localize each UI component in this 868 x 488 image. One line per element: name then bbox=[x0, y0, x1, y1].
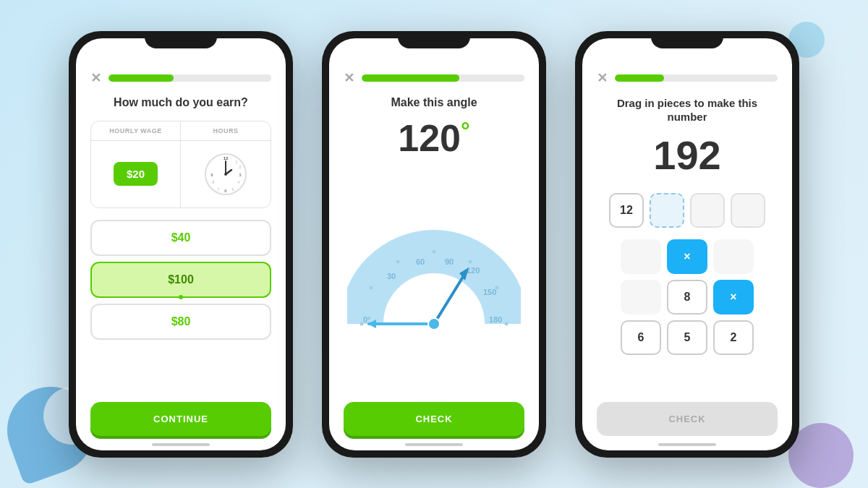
svg-text:1: 1 bbox=[236, 160, 238, 164]
phone-bottom-bar-3 bbox=[658, 443, 716, 446]
header-bar-1: ✕ bbox=[90, 60, 271, 85]
tiles-row-2: 8 × bbox=[597, 280, 778, 314]
phone-3: ✕ Drag in pieces to make thisnumber 192 … bbox=[575, 31, 799, 458]
phone-1: ✕ How much do you earn? Hourly WAGE hour… bbox=[69, 31, 293, 458]
svg-point-28 bbox=[495, 286, 499, 290]
answer-option-1[interactable]: $40 bbox=[90, 220, 271, 256]
phone-notch-3 bbox=[651, 31, 723, 48]
close-button-2[interactable]: ✕ bbox=[344, 72, 354, 85]
number-slots-row: 12 bbox=[597, 193, 778, 228]
wage-col-header-2: hours bbox=[181, 121, 271, 140]
wage-cell-clock: 12 3 6 9 1 2 4 5 7 8 bbox=[181, 141, 271, 207]
tile-8[interactable]: 8 bbox=[667, 280, 707, 314]
phone-2: ✕ Make this angle 120° bbox=[322, 31, 546, 458]
svg-text:5: 5 bbox=[232, 187, 234, 192]
progress-bar-1 bbox=[109, 74, 271, 82]
screen-content-2: ✕ Make this angle 120° bbox=[329, 38, 539, 450]
tile-empty-1 bbox=[621, 239, 661, 274]
tiles-area: × 8 × 6 5 2 bbox=[597, 239, 778, 402]
svg-point-26 bbox=[433, 250, 436, 254]
svg-text:120: 120 bbox=[467, 266, 480, 275]
svg-point-23 bbox=[360, 322, 364, 326]
wage-cell-money: $20 bbox=[91, 141, 181, 207]
slot-ghost-2 bbox=[731, 193, 765, 228]
svg-point-27 bbox=[469, 260, 472, 264]
close-button-1[interactable]: ✕ bbox=[90, 72, 101, 85]
svg-text:2: 2 bbox=[239, 165, 242, 169]
phone3-title: Drag in pieces to make thisnumber bbox=[597, 96, 778, 124]
phone-screen-1: ✕ How much do you earn? Hourly WAGE hour… bbox=[76, 38, 286, 450]
slot-empty-1[interactable] bbox=[650, 193, 684, 228]
wage-table: Hourly WAGE hours $20 12 3 bbox=[90, 121, 271, 208]
gauge-container: 0° 30 60 90 120 150 180 bbox=[344, 174, 524, 402]
svg-text:90: 90 bbox=[445, 257, 454, 266]
svg-point-15 bbox=[391, 281, 477, 346]
tile-empty-2 bbox=[713, 239, 754, 274]
check-button-3[interactable]: CHECK bbox=[597, 402, 778, 436]
svg-text:60: 60 bbox=[416, 257, 425, 266]
close-button-3[interactable]: ✕ bbox=[597, 72, 608, 85]
progress-fill-1 bbox=[109, 74, 174, 82]
phone-notch-2 bbox=[398, 31, 470, 48]
svg-point-34 bbox=[428, 318, 440, 330]
clock-icon: 12 3 6 9 1 2 4 5 7 8 bbox=[204, 153, 247, 196]
tile-empty-3 bbox=[621, 280, 661, 314]
screen-content-3: ✕ Drag in pieces to make thisnumber 192 … bbox=[582, 38, 792, 450]
tile-6[interactable]: 6 bbox=[621, 320, 661, 355]
check-button-2[interactable]: CHECK bbox=[344, 402, 524, 436]
angle-number: 120 bbox=[398, 117, 461, 159]
tile-multiply-2[interactable]: × bbox=[713, 280, 754, 314]
angle-gauge[interactable]: 0° 30 60 90 120 150 180 bbox=[347, 230, 521, 346]
svg-text:30: 30 bbox=[387, 272, 396, 281]
tiles-row-3: 6 5 2 bbox=[597, 320, 778, 355]
answer-option-2[interactable]: $100 bbox=[90, 262, 271, 298]
wage-col-header-1: Hourly WAGE bbox=[91, 121, 181, 140]
answer-options: $40 $100 $80 bbox=[90, 220, 271, 402]
svg-text:7: 7 bbox=[218, 187, 220, 192]
phone-screen-2: ✕ Make this angle 120° bbox=[329, 38, 539, 450]
tile-2[interactable]: 2 bbox=[713, 320, 754, 355]
progress-fill-3 bbox=[615, 74, 664, 82]
phone-bottom-bar-2 bbox=[405, 443, 463, 446]
screen-content-1: ✕ How much do you earn? Hourly WAGE hour… bbox=[76, 38, 286, 450]
slot-filled: 12 bbox=[609, 193, 644, 228]
svg-point-25 bbox=[396, 260, 400, 264]
tile-5[interactable]: 5 bbox=[667, 320, 707, 355]
wage-table-header: Hourly WAGE hours bbox=[91, 121, 271, 141]
money-badge: $20 bbox=[114, 162, 158, 186]
svg-text:12: 12 bbox=[224, 156, 229, 160]
svg-point-29 bbox=[505, 322, 509, 326]
phone-screen-3: ✕ Drag in pieces to make thisnumber 192 … bbox=[582, 38, 792, 450]
phone2-title: Make this angle bbox=[344, 96, 524, 109]
angle-display: 120° bbox=[344, 116, 524, 160]
progress-bar-3 bbox=[615, 74, 778, 82]
phone-notch-1 bbox=[145, 31, 217, 48]
progress-fill-2 bbox=[362, 74, 459, 82]
answer-option-3[interactable]: $80 bbox=[90, 304, 271, 340]
tiles-row-1: × bbox=[597, 239, 778, 274]
slot-ghost-1 bbox=[690, 193, 725, 228]
svg-text:4: 4 bbox=[238, 180, 240, 184]
continue-button[interactable]: CONTINUE bbox=[90, 402, 271, 436]
phone-bottom-bar-1 bbox=[152, 443, 210, 446]
phone1-title: How much do you earn? bbox=[90, 96, 271, 109]
wage-table-body: $20 12 3 6 9 1 2 bbox=[91, 141, 271, 207]
svg-text:180: 180 bbox=[489, 315, 502, 324]
header-bar-3: ✕ bbox=[597, 60, 778, 85]
svg-point-24 bbox=[370, 286, 373, 290]
header-bar-2: ✕ bbox=[344, 60, 524, 85]
svg-text:8: 8 bbox=[213, 180, 215, 184]
svg-text:150: 150 bbox=[483, 288, 496, 296]
tile-multiply-1[interactable]: × bbox=[667, 239, 707, 274]
angle-symbol: ° bbox=[461, 116, 470, 142]
target-number: 192 bbox=[597, 132, 778, 179]
progress-bar-2 bbox=[362, 74, 524, 82]
